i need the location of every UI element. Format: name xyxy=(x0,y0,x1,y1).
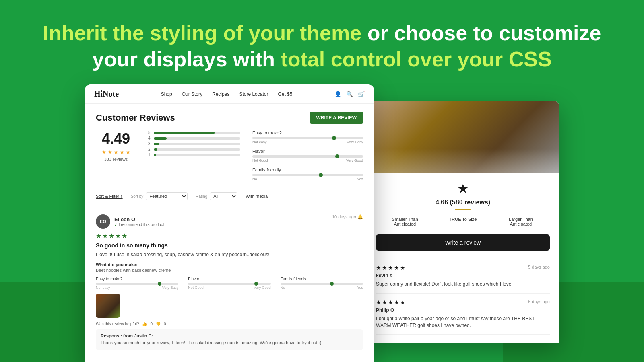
r2-star-2: ★ xyxy=(382,299,387,306)
rev-attr-flavor-left: Not Good xyxy=(188,286,204,290)
helpful-row: Was this review helpful? 👍 0 👎 0 xyxy=(96,322,363,326)
thumbs-down-icon[interactable]: 👎 xyxy=(156,322,161,326)
right-reviewer-1: kevin s xyxy=(376,273,550,278)
overall-score: 4.49 xyxy=(96,130,136,147)
attr-flavor-ends: Not Good Very Good xyxy=(252,158,363,162)
response-box: Response from Justin C: Thank you so muc… xyxy=(96,329,363,350)
hero-heading: Inherit the styling of your theme or cho… xyxy=(40,20,604,72)
size-fit-row: Smaller ThanAnticipated TRUE To Size Lar… xyxy=(376,217,550,226)
thumbs-up-icon[interactable]: 👍 xyxy=(142,322,147,326)
right-rating-header: ★ 4.66 (580 reviews) xyxy=(376,181,550,210)
review-body: I love it! I use in salad dressing, soup… xyxy=(96,251,363,258)
reviewer-name: Eileen O xyxy=(114,216,164,222)
right-stars-1: ★ ★ ★ ★ ★ xyxy=(376,265,405,271)
right-review-text-2: I bought a white pair a year ago or so a… xyxy=(376,315,550,329)
review-image-inner xyxy=(96,294,120,318)
size-larger-label: Larger ThanAnticipated xyxy=(492,217,550,226)
attr-family-dot xyxy=(319,173,323,177)
helpful-yes-count: 0 xyxy=(150,322,153,326)
rating-group: Rating All 5 Stars 4 Stars 3 Stars 2 Sta… xyxy=(196,192,237,200)
rating-select[interactable]: All 5 Stars 4 Stars 3 Stars 2 Stars 1 St… xyxy=(210,192,237,200)
right-date-2: 6 days ago xyxy=(528,299,550,306)
rev-attr-flavor-right: Very Good xyxy=(254,286,271,290)
hero-line1-highlight: Inherit the styling of your theme xyxy=(43,21,362,45)
rating-score-section: 4.49 ★ ★ ★ ★ ★ 333 reviews xyxy=(96,130,136,162)
size-fit-larger: Larger ThanAnticipated xyxy=(492,217,550,226)
bar-row-1: 1 xyxy=(148,153,240,157)
hero-line2-start: your displays with xyxy=(92,47,275,71)
avatar-initials: EO xyxy=(100,219,106,224)
sort-filter-link[interactable]: Sort & Filter ↑ xyxy=(96,194,123,199)
attr-family-label: Family friendly xyxy=(252,167,363,172)
attr-family-slider xyxy=(252,174,363,176)
right-separator xyxy=(455,209,471,210)
bar-row-4: 4 xyxy=(148,136,240,140)
size-fit-true: TRUE To Size xyxy=(434,217,492,226)
verified-icon: 🔔 xyxy=(357,214,363,219)
review-card-eileen: EO Eileen O ✓ I recommend this product 1… xyxy=(96,209,363,356)
nav-recipes[interactable]: Recipes xyxy=(212,91,229,97)
response-from: Response from Justin C: xyxy=(101,333,358,338)
attr-easy-slider xyxy=(252,137,363,139)
right-product-image xyxy=(366,101,559,173)
r1-star-3: ★ xyxy=(388,265,393,271)
bar-fill-1 xyxy=(154,154,156,156)
rating-overview: 4.49 ★ ★ ★ ★ ★ 333 reviews 5 xyxy=(96,130,363,186)
r2-star-4: ★ xyxy=(394,299,399,306)
rev-attr-family-right: Yes xyxy=(357,286,363,290)
bar-row-5: 5 xyxy=(148,130,240,135)
rev-attr-easy-right: Very Easy xyxy=(162,286,179,290)
account-icon[interactable]: 👤 xyxy=(334,91,341,97)
right-star-big: ★ xyxy=(376,181,550,196)
attr-family: Family friendly No Yes xyxy=(252,167,363,181)
right-write-review-button[interactable]: Write a review xyxy=(376,234,550,251)
nav-our-story[interactable]: Our Story xyxy=(182,91,202,97)
review-count: 333 reviews xyxy=(96,157,136,162)
size-smaller-label: Smaller ThanAnticipated xyxy=(376,217,434,226)
rev-attr-family-ends: No Yes xyxy=(281,286,363,290)
hero-line1-rest: or choose to customize xyxy=(367,21,601,45)
review-date-text: 10 days ago xyxy=(332,214,356,219)
star-2: ★ xyxy=(107,149,113,155)
attr-flavor-slider xyxy=(252,155,363,158)
star-5-half: ★ xyxy=(126,149,131,155)
right-review-item-2: ★ ★ ★ ★ ★ 6 days ago Philip O I bought a… xyxy=(376,294,550,335)
reviewer-info: EO Eileen O ✓ I recommend this product xyxy=(96,214,164,229)
sort-by-select[interactable]: Featured Most Recent Highest Rated Lowes… xyxy=(146,192,188,200)
bar-fill-4 xyxy=(154,137,167,140)
r2-star-3: ★ xyxy=(388,299,393,306)
write-review-button[interactable]: WRITE A REVIEW xyxy=(310,112,363,124)
rev-attr-easy-left: Not easy xyxy=(96,286,110,290)
bar-row-3: 3 xyxy=(148,142,240,146)
rev-star-4: ★ xyxy=(115,232,121,240)
r2-star-5: ★ xyxy=(400,299,405,306)
rev-attr-easy-dot xyxy=(158,282,161,286)
attr-family-ends: No Yes xyxy=(252,177,363,181)
nav-store-locator[interactable]: Store Locator xyxy=(239,91,268,97)
right-review-top-1: ★ ★ ★ ★ ★ 5 days ago xyxy=(376,265,550,271)
bar-track-4 xyxy=(154,137,240,140)
rev-attr-flavor: Flavor Not Good Very Good xyxy=(188,277,270,290)
nav-get5[interactable]: Get $5 xyxy=(278,91,292,97)
right-reviews-panel: ★ 4.66 (580 reviews) Smaller ThanAnticip… xyxy=(366,173,559,343)
rev-attr-easy-label: Easy to make? xyxy=(96,277,178,281)
right-review-item-1: ★ ★ ★ ★ ★ 5 days ago kevin s Super comfy… xyxy=(376,259,550,294)
sort-filter-row: Sort & Filter ↑ Sort by Featured Most Re… xyxy=(96,192,363,204)
rev-attr-family: Family friendly No Yes xyxy=(281,277,363,290)
rev-attr-family-dot xyxy=(330,282,334,286)
attr-flavor-left: Not Good xyxy=(252,158,268,162)
right-stars-2: ★ ★ ★ ★ ★ xyxy=(376,299,405,306)
nav-shop[interactable]: Shop xyxy=(161,91,172,97)
attr-easy-label: Easy to make? xyxy=(252,130,363,135)
cart-icon[interactable]: 🛒 xyxy=(358,91,365,97)
bar-label-3: 3 xyxy=(148,142,151,146)
search-icon[interactable]: 🔍 xyxy=(346,91,353,97)
nav-links: Shop Our Story Recipes Store Locator Get… xyxy=(161,91,293,97)
right-screenshot: ★ 4.66 (580 reviews) Smaller ThanAnticip… xyxy=(366,101,559,343)
review-date: 10 days ago 🔔 xyxy=(332,214,363,220)
rating-bars: 5 4 3 2 1 xyxy=(148,130,240,158)
attr-family-left: No xyxy=(252,177,257,181)
check-icon: ✓ xyxy=(114,222,118,227)
reviews-section: Customer Reviews WRITE A REVIEW 4.49 ★ ★… xyxy=(85,104,374,362)
bar-label-4: 4 xyxy=(148,136,151,140)
